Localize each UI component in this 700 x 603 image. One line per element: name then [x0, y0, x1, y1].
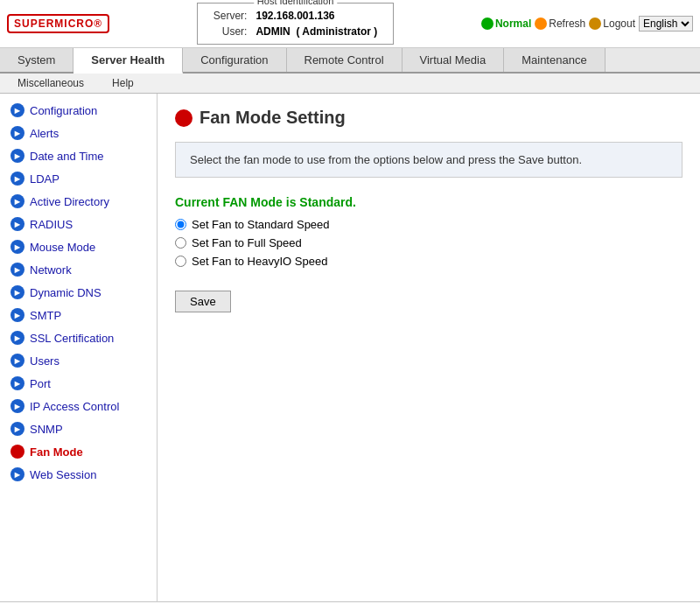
- current-fan-mode: Current FAN Mode is Standard.: [175, 195, 682, 209]
- sidebar-label-port: Port: [30, 377, 51, 390]
- subtab-miscellaneous[interactable]: Miscellaneous: [4, 74, 98, 93]
- nav-arrow-configuration: ►: [10, 103, 24, 117]
- nav-arrow-network: ►: [10, 263, 24, 277]
- sidebar-label-fan-mode: Fan Mode: [30, 445, 83, 459]
- tab-configuration[interactable]: Configuration: [183, 48, 286, 72]
- nav-arrow-snmp: ►: [10, 422, 24, 436]
- nav-arrow-dynamic-dns: ►: [10, 285, 24, 299]
- sidebar-label-ldap: LDAP: [30, 172, 60, 186]
- supermicro-logo: SUPERMICRO®: [7, 14, 109, 33]
- status-icon-green: [481, 18, 494, 30]
- sidebar-item-fan-mode[interactable]: ► Fan Mode: [0, 440, 157, 463]
- radio-option-heavyio: Set Fan to HeavyIO Speed: [175, 255, 682, 268]
- tab-maintenance[interactable]: Maintenance: [504, 48, 605, 72]
- sidebar-label-alerts: Alerts: [30, 127, 59, 140]
- sidebar-item-ssl-certification[interactable]: ► SSL Certification: [0, 326, 157, 349]
- sidebar-label-web-session: Web Session: [30, 468, 96, 481]
- sidebar-item-active-directory[interactable]: ► Active Directory: [0, 190, 157, 213]
- sidebar-label-users: Users: [30, 354, 60, 368]
- radio-heavyio[interactable]: [175, 256, 186, 267]
- sidebar-label-radius: RADIUS: [30, 218, 73, 231]
- nav-arrow-ssl: ►: [10, 331, 24, 345]
- status-normal: Normal: [481, 18, 531, 30]
- nav-arrow-ip-access: ►: [10, 399, 24, 413]
- sidebar-item-date-and-time[interactable]: ► Date and Time: [0, 144, 157, 167]
- header: SUPERMICRO® Host Identification Server: …: [0, 0, 700, 48]
- tab-remote-control[interactable]: Remote Control: [287, 48, 402, 72]
- radio-heavyio-label: Set Fan to HeavyIO Speed: [192, 255, 327, 268]
- language-select[interactable]: English: [639, 16, 693, 32]
- logout-button[interactable]: Logout: [589, 18, 635, 31]
- nav-arrow-fan-mode: ►: [10, 445, 24, 459]
- nav-arrow-radius: ►: [10, 217, 24, 231]
- save-button[interactable]: Save: [175, 291, 231, 312]
- user-label: User:: [210, 25, 251, 39]
- sidebar-item-users[interactable]: ► Users: [0, 349, 157, 372]
- refresh-button[interactable]: Refresh: [535, 18, 585, 31]
- sidebar-item-alerts[interactable]: ► Alerts: [0, 122, 157, 144]
- nav-arrow-alerts: ►: [10, 126, 24, 140]
- nav-tabs: System Server Health Configuration Remot…: [0, 48, 700, 74]
- sidebar: ► Configuration ► Alerts ► Date and Time…: [0, 94, 158, 601]
- nav-arrow-users: ►: [10, 354, 24, 368]
- sidebar-label-active-directory: Active Directory: [30, 195, 109, 208]
- nav-arrow-port: ►: [10, 376, 24, 390]
- main-layout: ► Configuration ► Alerts ► Date and Time…: [0, 94, 700, 601]
- nav-arrow-web-session: ►: [10, 467, 24, 481]
- refresh-icon: [535, 18, 547, 30]
- info-box: Select the fan mode to use from the opti…: [175, 142, 682, 178]
- sidebar-label-dynamic-dns: Dynamic DNS: [30, 286, 102, 299]
- nav-arrow-active-directory: ►: [10, 194, 24, 208]
- radio-full[interactable]: [175, 237, 186, 249]
- sidebar-label-ssl: SSL Certification: [30, 332, 114, 345]
- server-label: Server:: [210, 9, 251, 23]
- radio-standard-label: Set Fan to Standard Speed: [192, 218, 330, 231]
- sub-tabs: Miscellaneous Help: [0, 74, 700, 94]
- info-text: Select the fan mode to use from the opti…: [190, 153, 582, 166]
- header-right: Normal Refresh Logout English: [481, 16, 693, 32]
- content-area: Fan Mode Setting Select the fan mode to …: [158, 94, 700, 601]
- sidebar-item-smtp[interactable]: ► SMTP: [0, 304, 157, 326]
- sidebar-item-snmp[interactable]: ► SNMP: [0, 417, 157, 440]
- radio-option-standard: Set Fan to Standard Speed: [175, 218, 682, 231]
- logo-micro: MICRO: [54, 18, 94, 30]
- sidebar-label-date-time: Date and Time: [30, 150, 104, 163]
- sidebar-item-ldap[interactable]: ► LDAP: [0, 167, 157, 190]
- page-title: Fan Mode Setting: [175, 108, 682, 128]
- host-id-label: Host Identification: [254, 0, 337, 6]
- subtab-help[interactable]: Help: [98, 74, 148, 93]
- host-identification: Host Identification Server: 192.168.001.…: [197, 3, 395, 45]
- sidebar-item-radius[interactable]: ► RADIUS: [0, 213, 157, 235]
- sidebar-label-snmp: SNMP: [30, 423, 63, 436]
- tab-system[interactable]: System: [0, 48, 74, 72]
- sidebar-item-ip-access-control[interactable]: ► IP Access Control: [0, 395, 157, 417]
- sidebar-item-web-session[interactable]: ► Web Session: [0, 463, 157, 486]
- sidebar-item-mouse-mode[interactable]: ► Mouse Mode: [0, 235, 157, 258]
- user-value: ADMIN ( Administrator ): [252, 25, 381, 39]
- sidebar-label-ip-access: IP Access Control: [30, 400, 119, 413]
- tab-virtual-media[interactable]: Virtual Media: [402, 48, 505, 72]
- tab-server-health[interactable]: Server Health: [74, 48, 183, 74]
- logo-area: SUPERMICRO®: [7, 14, 109, 33]
- sidebar-label-smtp: SMTP: [30, 309, 61, 322]
- nav-arrow-mouse-mode: ►: [10, 240, 24, 254]
- nav-arrow-date-time: ►: [10, 149, 24, 163]
- sidebar-item-dynamic-dns[interactable]: ► Dynamic DNS: [0, 281, 157, 304]
- radio-full-label: Set Fan to Full Speed: [192, 236, 302, 249]
- sidebar-label-mouse-mode: Mouse Mode: [30, 241, 95, 254]
- sidebar-label-configuration: Configuration: [30, 104, 97, 117]
- logout-icon: [589, 18, 601, 30]
- nav-arrow-ldap: ►: [10, 172, 24, 186]
- title-icon: [175, 109, 192, 127]
- sidebar-item-port[interactable]: ► Port: [0, 372, 157, 395]
- sidebar-item-configuration[interactable]: ► Configuration: [0, 99, 157, 122]
- server-value: 192.168.001.136: [252, 9, 381, 23]
- sidebar-item-network[interactable]: ► Network: [0, 258, 157, 281]
- sidebar-label-network: Network: [30, 263, 72, 277]
- radio-option-full: Set Fan to Full Speed: [175, 236, 682, 249]
- nav-arrow-smtp: ►: [10, 308, 24, 322]
- radio-standard[interactable]: [175, 219, 186, 230]
- logo-super: SUPER: [14, 18, 54, 30]
